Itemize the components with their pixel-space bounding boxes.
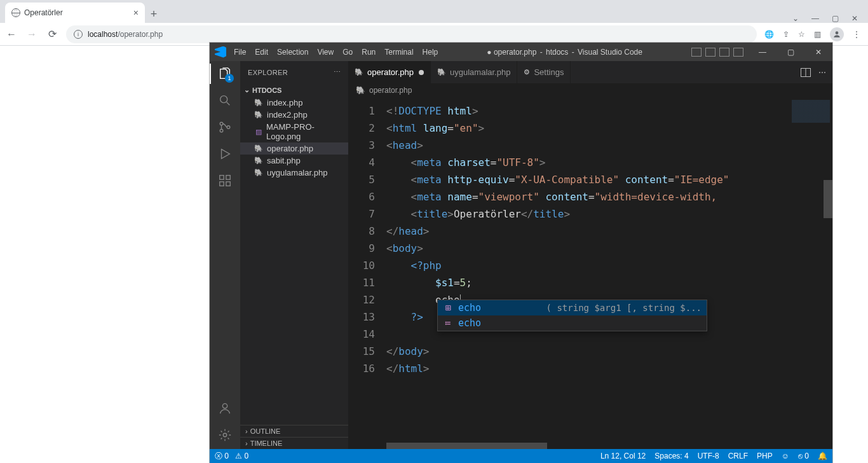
vscode-logo-icon — [215, 46, 226, 58]
editor-layout-controls[interactable] — [691, 48, 749, 57]
profile-avatar[interactable] — [830, 27, 844, 41]
source-control-activity-icon[interactable] — [217, 120, 233, 135]
layout-icon[interactable] — [733, 48, 743, 57]
forward-button[interactable]: → — [25, 29, 38, 40]
svg-rect-6 — [226, 176, 230, 179]
reload-button[interactable]: ⟳ — [46, 28, 58, 40]
tab-label: uygulamalar.php — [450, 67, 510, 77]
tab-label: operator.php — [367, 67, 414, 77]
minimize-button[interactable]: — — [749, 43, 776, 61]
file-name: operator.php — [267, 144, 313, 153]
editor-group: 🐘operator.php🐘uygulamalar.php⚙Settings ⋯… — [348, 61, 832, 449]
menu-selection[interactable]: Selection — [277, 48, 308, 57]
editor-tab[interactable]: ⚙Settings — [517, 61, 571, 83]
more-icon[interactable]: ⋯ — [818, 68, 826, 77]
svg-point-2 — [220, 122, 223, 125]
php-icon: 🐘 — [254, 111, 263, 119]
maximize-button[interactable]: ▢ — [776, 43, 804, 61]
svg-point-0 — [836, 31, 839, 34]
menu-run[interactable]: Run — [362, 48, 376, 57]
file-item[interactable]: 🐘sabit.php — [240, 155, 348, 167]
close-button[interactable]: ✕ — [804, 43, 832, 61]
menu-terminal[interactable]: Terminal — [384, 48, 413, 57]
indentation-status[interactable]: Spaces: 4 — [654, 452, 688, 460]
autocomplete-popup[interactable]: ⊞echo( string $arg1 [, string $...≔echo — [437, 300, 707, 331]
warnings-status[interactable]: ⚠ 0 — [235, 452, 248, 460]
new-tab-button[interactable]: + — [145, 5, 163, 23]
port-status[interactable]: ⎋ 0 — [798, 452, 809, 460]
translate-icon[interactable]: 🌐 — [764, 30, 774, 39]
feedback-icon[interactable]: ☺ — [782, 452, 789, 460]
tab-title: Operatörler — [24, 8, 63, 17]
side-panel-icon[interactable]: ▥ — [814, 30, 821, 39]
more-icon[interactable]: ⋯ — [334, 68, 341, 76]
close-icon[interactable]: ✕ — [851, 14, 858, 23]
file-item[interactable]: 🐘index.php — [240, 97, 348, 109]
site-info-icon[interactable]: i — [74, 30, 83, 39]
menu-view[interactable]: View — [317, 48, 334, 57]
settings-activity-icon[interactable] — [217, 427, 233, 443]
file-item[interactable]: ▨MAMP-PRO-Logo.png — [240, 121, 348, 142]
explorer-activity-icon[interactable]: 1 — [217, 66, 233, 81]
layout-icon[interactable] — [719, 48, 729, 57]
cursor-position[interactable]: Ln 12, Col 12 — [600, 452, 646, 460]
address-bar[interactable]: i localhost/operator.php — [66, 25, 757, 43]
workspace-root[interactable]: ⌄ HTDOCS — [240, 85, 348, 95]
explorer-sidebar: EXPLORER ⋯ ⌄ HTDOCS 🐘index.php🐘index2.ph… — [240, 61, 348, 449]
outline-section[interactable]: › OUTLINE — [240, 425, 348, 437]
svg-rect-5 — [220, 176, 224, 179]
editor-tab[interactable]: 🐘operator.php — [348, 61, 431, 83]
back-button[interactable]: ← — [5, 29, 18, 40]
minimize-icon[interactable]: — — [811, 14, 819, 23]
close-icon[interactable]: × — [133, 8, 139, 18]
editor-tab[interactable]: 🐘uygulamalar.php — [431, 61, 517, 83]
file-item[interactable]: 🐘uygulamalar.php — [240, 167, 348, 179]
share-icon[interactable]: ⇪ — [783, 30, 789, 39]
errors-status[interactable]: ⓧ 0 — [215, 451, 229, 462]
svg-point-1 — [220, 96, 227, 103]
browser-tab[interactable]: Operatörler × — [5, 3, 145, 23]
search-activity-icon[interactable] — [217, 93, 233, 108]
run-debug-activity-icon[interactable] — [217, 146, 233, 162]
maximize-icon[interactable]: ▢ — [832, 14, 839, 23]
layout-icon[interactable] — [705, 48, 715, 57]
timeline-section[interactable]: › TIMELINE — [240, 437, 348, 449]
file-item[interactable]: 🐘index2.php — [240, 109, 348, 121]
autocomplete-item[interactable]: ⊞echo( string $arg1 [, string $... — [438, 300, 707, 315]
split-editor-icon[interactable] — [801, 68, 811, 77]
notifications-icon[interactable]: 🔔 — [818, 452, 827, 460]
extensions-activity-icon[interactable] — [217, 173, 233, 188]
file-name: sabit.php — [267, 156, 301, 165]
autocomplete-item[interactable]: ≔echo — [438, 315, 707, 331]
php-icon: 🐘 — [254, 99, 263, 107]
accounts-activity-icon[interactable] — [217, 401, 233, 416]
kebab-menu-icon[interactable]: ⋮ — [853, 30, 860, 39]
minimap[interactable] — [788, 97, 832, 449]
encoding-status[interactable]: UTF-8 — [698, 452, 719, 460]
svg-point-3 — [220, 129, 223, 132]
eol-status[interactable]: CRLF — [728, 452, 748, 460]
vscode-titlebar[interactable]: File Edit Selection View Go Run Terminal… — [210, 43, 832, 61]
bookmark-icon[interactable]: ☆ — [798, 30, 805, 39]
svg-point-9 — [222, 404, 227, 408]
svg-point-4 — [227, 126, 230, 129]
horizontal-scrollbar[interactable] — [386, 443, 788, 449]
img-icon: ▨ — [254, 128, 262, 136]
browser-tab-strip: Operatörler × + ⌄ — ▢ ✕ — [0, 0, 868, 23]
menu-edit[interactable]: Edit — [255, 48, 268, 57]
menu-file[interactable]: File — [234, 48, 246, 57]
file-name: uygulamalar.php — [267, 168, 327, 177]
explorer-badge: 1 — [225, 74, 234, 83]
autocomplete-signature: ( string $arg1 [, string $... — [546, 303, 702, 313]
breadcrumb[interactable]: 🐘 operator.php — [348, 83, 832, 97]
php-icon: 🐘 — [356, 86, 365, 95]
file-item[interactable]: 🐘operator.php — [240, 142, 348, 155]
chevron-down-icon[interactable]: ⌄ — [792, 14, 799, 23]
layout-icon[interactable] — [691, 48, 702, 57]
php-icon: 🐘 — [355, 68, 363, 76]
function-icon: ⊞ — [443, 302, 453, 314]
language-status[interactable]: PHP — [757, 452, 773, 460]
menu-help[interactable]: Help — [423, 48, 438, 57]
code-editor[interactable]: <!DOCTYPE html><html lang="en"><head> <m… — [386, 97, 788, 449]
menu-go[interactable]: Go — [342, 48, 353, 57]
